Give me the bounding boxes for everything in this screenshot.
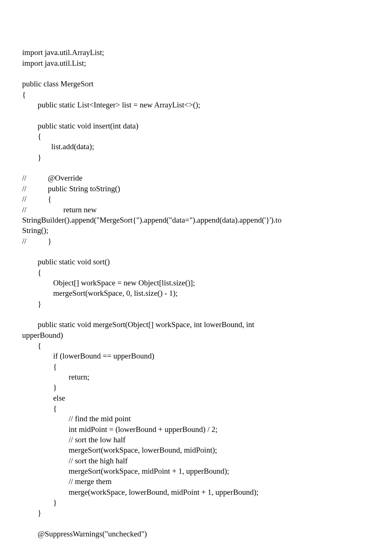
code-line: if (lowerBound == upperBound)	[22, 351, 154, 360]
code-line: public static void mergeSort(Object[] wo…	[22, 320, 254, 329]
code-line: public static List<Integer> list = new A…	[22, 100, 200, 109]
code-line: public class MergeSort	[22, 79, 93, 88]
code-line: import java.util.ArrayList;	[22, 48, 104, 57]
code-line: else	[22, 394, 65, 402]
code-line: import java.util.List;	[22, 59, 86, 68]
code-line: merge(workSpace, lowerBound, midPoint + …	[22, 488, 258, 497]
code-line: public static void insert(int data)	[22, 121, 138, 130]
code-line: }	[22, 498, 57, 507]
code-line: mergeSort(workSpace, midPoint + 1, upper…	[22, 467, 229, 476]
code-line: int midPoint = (lowerBound + upperBound)…	[22, 425, 217, 434]
code-line: StringBuilder().append("MergeSort{").app…	[22, 216, 282, 224]
code-line: // public String toString()	[22, 184, 120, 193]
code-line: @SuppressWarnings("unchecked")	[22, 529, 147, 538]
code-line: {	[22, 362, 57, 371]
code-line: String();	[22, 226, 48, 235]
code-line: }	[22, 383, 57, 392]
code-line: mergeSort(workSpace, 0, list.size() - 1)…	[22, 289, 178, 298]
code-line: }	[22, 508, 41, 517]
code-line: // find the mid point	[22, 414, 131, 423]
code-line: {	[22, 268, 41, 277]
code-line: }	[22, 153, 41, 162]
code-line: {	[22, 404, 57, 413]
document-page: import java.util.ArrayList; import java.…	[0, 0, 392, 556]
code-line: // return new	[22, 205, 97, 214]
code-line: {	[22, 90, 26, 99]
code-line: {	[22, 132, 41, 141]
code-line: // sort the high half	[22, 456, 128, 465]
code-line: // @Override	[22, 174, 82, 182]
code-line: // }	[22, 237, 52, 246]
code-line: Object[] workSpace = new Object[list.siz…	[22, 278, 195, 287]
code-line: list.add(data);	[22, 142, 94, 151]
code-line: {	[22, 341, 41, 350]
code-line: upperBound)	[22, 331, 63, 340]
code-line: }	[22, 299, 41, 308]
code-line: return;	[22, 373, 89, 381]
code-line: // sort the low half	[22, 435, 125, 444]
code-line: // merge them	[22, 477, 111, 486]
code-line: public static void sort()	[22, 257, 110, 266]
code-line: mergeSort(workSpace, lowerBound, midPoin…	[22, 446, 217, 454]
code-line: // {	[22, 195, 52, 203]
code-listing: import java.util.ArrayList; import java.…	[22, 47, 370, 539]
